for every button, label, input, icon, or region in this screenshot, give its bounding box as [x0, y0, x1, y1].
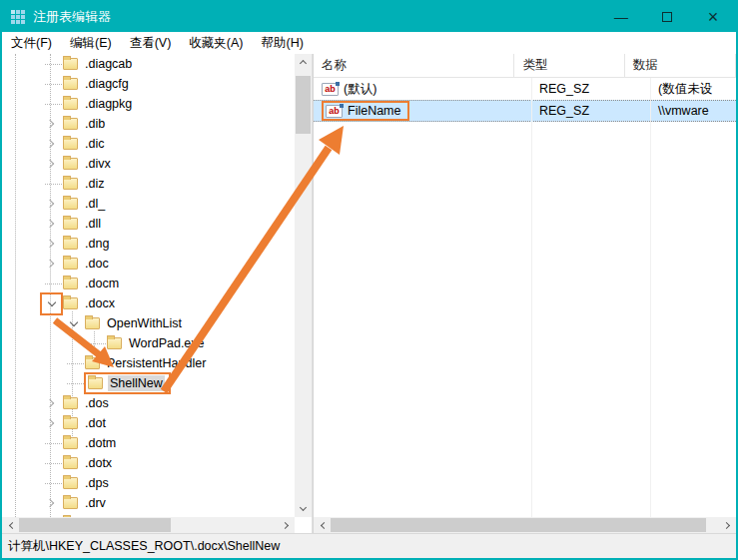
tree-item-label: .divx — [83, 156, 113, 172]
tree-expander[interactable] — [43, 395, 60, 412]
window-title: 注册表编辑器 — [33, 8, 598, 26]
tree-item-label: .dl_ — [83, 196, 107, 212]
folder-icon — [63, 198, 78, 210]
tree-item--dl-[interactable]: .dl_ — [2, 194, 295, 214]
tree-item-label: .dps — [83, 475, 111, 491]
value-row--[interactable]: ab(默认)REG_SZ(数值未设 — [314, 78, 736, 100]
folder-icon — [63, 278, 78, 289]
tree-item--dotx[interactable]: .dotx — [2, 453, 295, 473]
value-type: REG_SZ — [531, 82, 650, 96]
tree-item-persistenthandler[interactable]: PersistentHandler — [2, 353, 295, 373]
tree-item-label: .doc — [83, 256, 111, 272]
tree-item--diagcfg[interactable]: .diagcfg — [2, 74, 295, 94]
tree-item-label: .dos — [83, 395, 111, 411]
chevron-right-icon — [46, 260, 54, 268]
tree-connector — [65, 375, 82, 392]
tree-item--dot[interactable]: .dot — [2, 413, 295, 433]
chevron-right-icon — [46, 160, 54, 168]
tree-item--docm[interactable]: .docm — [2, 274, 295, 293]
tree-item--diagcab[interactable]: .diagcab — [2, 54, 295, 74]
chevron-right-icon — [46, 120, 54, 128]
tree-item--dps[interactable]: .dps — [2, 473, 295, 493]
tree-item-label: ShellNew — [108, 375, 165, 391]
chevron-right-icon — [46, 399, 54, 407]
tree-item-label: .diz — [83, 176, 106, 192]
maximize-button[interactable] — [644, 2, 690, 32]
scroll-right-button[interactable] — [719, 517, 736, 533]
tree-item--divx[interactable]: .divx — [2, 154, 295, 174]
registry-values-pane: 名称类型数据 ab(默认)REG_SZ(数值未设abFileNameREG_SZ… — [314, 54, 736, 533]
statusbar: 计算机\HKEY_CLASSES_ROOT\.docx\ShellNew — [2, 533, 736, 558]
tree-vertical-scrollbar[interactable] — [295, 54, 312, 517]
list-hscroll-thumb[interactable] — [331, 518, 706, 532]
tree-item--diz[interactable]: .diz — [2, 174, 295, 194]
string-value-icon: ab — [322, 83, 339, 96]
titlebar: 注册表编辑器 — × — [2, 2, 736, 32]
menu-item-help[interactable]: 帮助(H) — [252, 32, 312, 54]
tree-item--dos[interactable]: .dos — [2, 393, 295, 413]
menu-item-edit[interactable]: 编辑(E) — [61, 32, 121, 54]
folder-icon — [63, 258, 78, 270]
tree-item-label: .dng — [83, 236, 111, 252]
folder-icon — [63, 397, 78, 409]
tree-connector — [87, 335, 104, 352]
close-button[interactable]: × — [690, 2, 736, 32]
list-horizontal-scrollbar[interactable] — [314, 517, 736, 533]
value-data: (数值未设 — [650, 81, 736, 98]
tree-connector — [43, 475, 60, 492]
tree-expander[interactable] — [43, 236, 60, 253]
menu-item-file[interactable]: 文件(F) — [2, 32, 61, 54]
registry-tree: .diagcab.diagcfg.diagpkg.dib.dic.divx.di… — [2, 54, 295, 517]
tree-horizontal-scrollbar[interactable] — [2, 517, 295, 533]
tree-expander[interactable] — [43, 136, 60, 153]
tree-item-openwithlist[interactable]: OpenWithList — [2, 313, 295, 333]
tree-item-label: .dic — [83, 136, 106, 152]
tree-expander[interactable] — [43, 495, 60, 512]
annotated-expander[interactable] — [43, 295, 60, 312]
tree-hscroll-thumb[interactable] — [19, 518, 171, 532]
menu-item-favorites[interactable]: 收藏夹(A) — [180, 32, 252, 54]
tree-item-wordpad-exe[interactable]: WordPad.exe — [2, 333, 295, 353]
tree-item--dll[interactable]: .dll — [2, 214, 295, 234]
tree-expander[interactable] — [43, 116, 60, 133]
registry-tree-pane: .diagcab.diagcfg.diagpkg.dib.dic.divx.di… — [2, 54, 313, 533]
scroll-right-button[interactable] — [278, 517, 295, 533]
folder-icon — [63, 138, 78, 150]
tree-expander[interactable] — [43, 216, 60, 233]
tree-item--doc[interactable]: .doc — [2, 254, 295, 274]
registry-app-icon — [11, 10, 25, 24]
menu-item-view[interactable]: 查看(V) — [121, 32, 181, 54]
column-header-type[interactable]: 类型 — [514, 54, 624, 77]
tree-vscroll-thumb[interactable] — [296, 76, 311, 134]
tree-expander[interactable] — [43, 415, 60, 432]
folder-icon — [63, 238, 78, 250]
scroll-up-button[interactable] — [295, 54, 312, 70]
tree-item--drv[interactable]: .drv — [2, 493, 295, 513]
scroll-left-button[interactable] — [2, 517, 19, 533]
tree-expander[interactable] — [43, 196, 60, 213]
folder-icon — [63, 457, 78, 469]
value-row-filename[interactable]: abFileNameREG_SZ\\vmware — [314, 100, 736, 122]
tree-item--diagpkg[interactable]: .diagpkg — [2, 94, 295, 114]
column-header-data[interactable]: 数据 — [625, 54, 736, 77]
tree-expander[interactable] — [43, 256, 60, 273]
folder-icon — [63, 78, 78, 90]
tree-item--dotm[interactable]: .dotm — [2, 433, 295, 453]
tree-expander[interactable] — [43, 156, 60, 173]
column-header-name[interactable]: 名称 — [314, 54, 514, 77]
tree-item--docx[interactable]: .docx — [2, 293, 295, 313]
tree-item-label: .drv — [83, 495, 108, 511]
tree-item--dng[interactable]: .dng — [2, 234, 295, 254]
scroll-left-button[interactable] — [314, 517, 331, 533]
folder-icon — [63, 477, 78, 489]
tree-item-label: .diagcfg — [83, 76, 131, 92]
scroll-down-button[interactable] — [295, 501, 312, 517]
value-list: ab(默认)REG_SZ(数值未设abFileNameREG_SZ\\vmwar… — [314, 78, 736, 122]
tree-item--dic[interactable]: .dic — [2, 134, 295, 154]
tree-expander[interactable] — [65, 315, 82, 332]
minimize-button[interactable]: — — [598, 2, 644, 32]
tree-item-shellnew[interactable]: ShellNew — [2, 373, 295, 393]
tree-item--dib[interactable]: .dib — [2, 114, 295, 134]
folder-icon — [63, 297, 78, 309]
folder-icon — [63, 178, 78, 190]
